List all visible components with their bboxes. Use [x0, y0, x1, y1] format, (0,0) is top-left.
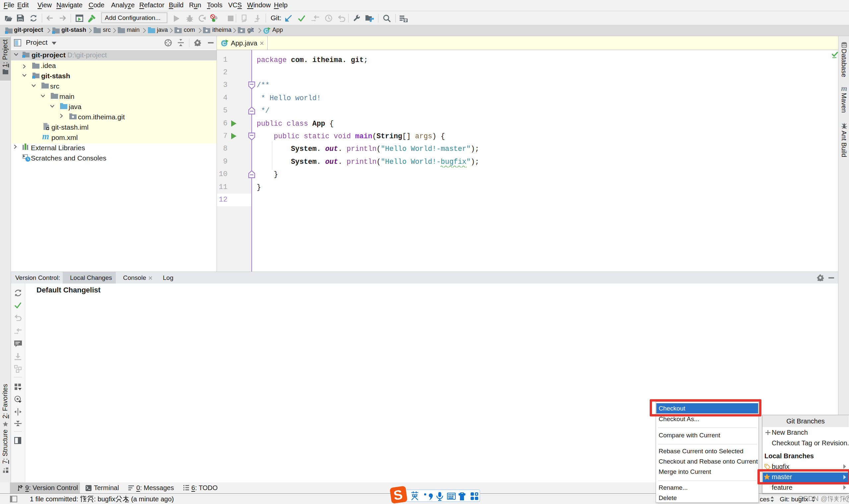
- svg-text:C: C: [265, 28, 268, 34]
- svg-text:C: C: [222, 41, 226, 46]
